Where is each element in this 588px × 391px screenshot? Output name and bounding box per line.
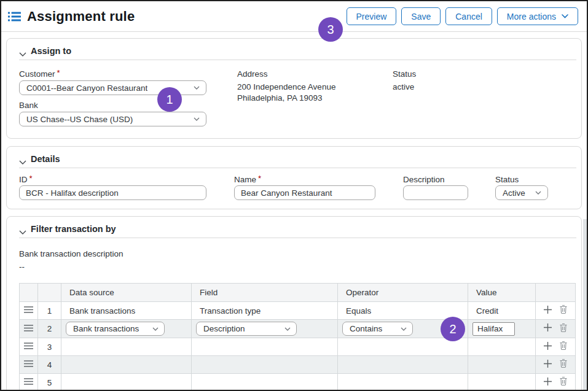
delete-row-icon[interactable] <box>559 323 568 335</box>
table-row-4: 4 <box>20 356 576 374</box>
more-actions-button[interactable]: More actions <box>497 7 578 25</box>
drag-handle-icon[interactable] <box>23 323 34 334</box>
delete-row-icon[interactable] <box>559 341 568 353</box>
description-input[interactable] <box>403 185 468 200</box>
table-row-5: 5 <box>20 374 576 391</box>
status-label: Status <box>393 69 416 79</box>
row-number: 5 <box>38 374 61 391</box>
section-title: Assign to <box>31 46 71 56</box>
assign-to-header[interactable]: Assign to <box>19 46 576 60</box>
address-line2: Philadelphia, PA 19093 <box>237 93 323 103</box>
chevron-down-icon <box>194 117 200 121</box>
details-status-label: Status <box>495 175 519 184</box>
chevron-down-icon <box>401 327 407 331</box>
chevron-down-icon <box>152 327 159 331</box>
details-status-select[interactable]: Active <box>495 185 548 200</box>
row-operator-select[interactable]: Contains <box>342 322 413 336</box>
status-value: active <box>393 82 414 91</box>
row-number: 2 <box>38 320 61 338</box>
chevron-down-icon <box>194 86 200 90</box>
drag-handle-icon[interactable] <box>23 305 34 316</box>
col-operator: Operator <box>338 284 468 302</box>
row-number: 1 <box>38 302 61 320</box>
filter-section: Filter transaction by Bank transaction d… <box>6 216 582 391</box>
row-number: 3 <box>38 338 61 356</box>
details-section: Details ID* Name* Description Status Act… <box>6 146 582 209</box>
add-row-icon[interactable] <box>543 359 552 371</box>
delete-row-icon[interactable] <box>559 376 568 389</box>
page-title: Assignment rule <box>27 9 135 25</box>
add-row-icon[interactable] <box>543 305 552 317</box>
table-row-3: 3 <box>20 338 576 356</box>
preview-button[interactable]: Preview <box>347 7 397 25</box>
page-header: Assignment rule Preview Save Cancel More… <box>1 1 587 32</box>
drag-handle-icon[interactable] <box>23 359 34 370</box>
header-actions: Preview Save Cancel More actions <box>347 7 578 25</box>
required-asterisk: * <box>29 174 33 183</box>
chevron-down-icon <box>284 327 291 331</box>
bank-select[interactable]: US Chase--US Chase (USD) <box>19 112 206 126</box>
id-input[interactable] <box>19 185 206 200</box>
collapse-chevron-icon <box>19 48 26 59</box>
delete-row-icon[interactable] <box>559 358 568 371</box>
add-row-icon[interactable] <box>543 377 552 389</box>
step-badge-1: 1 <box>157 87 182 112</box>
row-field-select[interactable]: Description <box>196 322 297 336</box>
col-value: Value <box>468 284 536 302</box>
cancel-button[interactable]: Cancel <box>445 7 492 25</box>
cell-data-source: Bank transactions <box>61 302 192 320</box>
save-button[interactable]: Save <box>401 7 441 25</box>
collapse-chevron-icon <box>19 156 26 167</box>
filter-table: Data source Field Operator Value 1 Bank … <box>19 283 576 391</box>
customer-label: Customer* <box>19 69 60 79</box>
delete-row-icon[interactable] <box>559 304 568 317</box>
row-value-input[interactable] <box>472 322 515 336</box>
required-asterisk: * <box>258 174 261 183</box>
row-number: 4 <box>38 356 61 374</box>
bank-label: Bank <box>19 101 38 110</box>
filter-subtitle: Bank transaction description <box>19 249 123 258</box>
chevron-down-icon <box>562 14 568 18</box>
drag-handle-icon[interactable] <box>23 377 34 387</box>
step-badge-3: 3 <box>318 17 343 42</box>
row-data-source-select[interactable]: Bank transactions <box>66 322 165 336</box>
name-input[interactable] <box>234 185 375 200</box>
step-badge-2: 2 <box>441 317 465 341</box>
section-title: Details <box>31 154 60 164</box>
filter-subtitle-value: -- <box>19 262 25 271</box>
table-row-1: 1 Bank transactions Transaction type Equ… <box>20 302 576 320</box>
details-header[interactable]: Details <box>19 154 576 168</box>
assign-to-section: Assign to Customer* C0001--Bear Canyon R… <box>6 38 582 139</box>
assignment-rule-page: Assignment rule Preview Save Cancel More… <box>0 0 588 391</box>
cell-field: Transaction type <box>192 302 338 320</box>
collapse-chevron-icon <box>19 226 26 237</box>
address-line1: 200 Independence Avenue <box>237 82 335 91</box>
add-row-icon[interactable] <box>543 323 552 335</box>
section-title: Filter transaction by <box>31 224 116 234</box>
filter-header[interactable]: Filter transaction by <box>19 224 576 238</box>
description-label: Description <box>403 175 445 184</box>
col-data-source: Data source <box>61 284 192 302</box>
name-label: Name* <box>234 175 261 184</box>
filter-table-header-row: Data source Field Operator Value <box>20 284 576 302</box>
scrollbar[interactable] <box>583 219 587 390</box>
chevron-down-icon <box>535 191 541 195</box>
list-icon[interactable] <box>8 12 21 21</box>
table-row-2: 2 Bank transactions Description Contains <box>20 320 576 338</box>
required-asterisk: * <box>57 68 60 77</box>
address-label: Address <box>237 69 268 79</box>
col-field: Field <box>192 284 338 302</box>
drag-handle-icon[interactable] <box>23 341 34 352</box>
cell-value: Credit <box>468 302 536 320</box>
id-label: ID* <box>19 175 33 184</box>
add-row-icon[interactable] <box>543 341 552 353</box>
